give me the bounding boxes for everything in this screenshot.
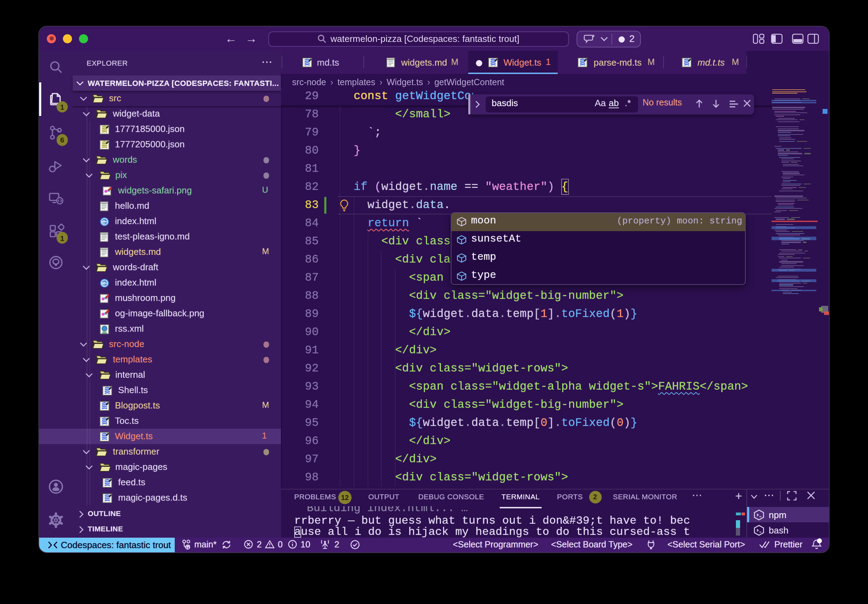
svg-text:e: e <box>102 218 106 225</box>
svg-text:e: e <box>102 279 106 286</box>
